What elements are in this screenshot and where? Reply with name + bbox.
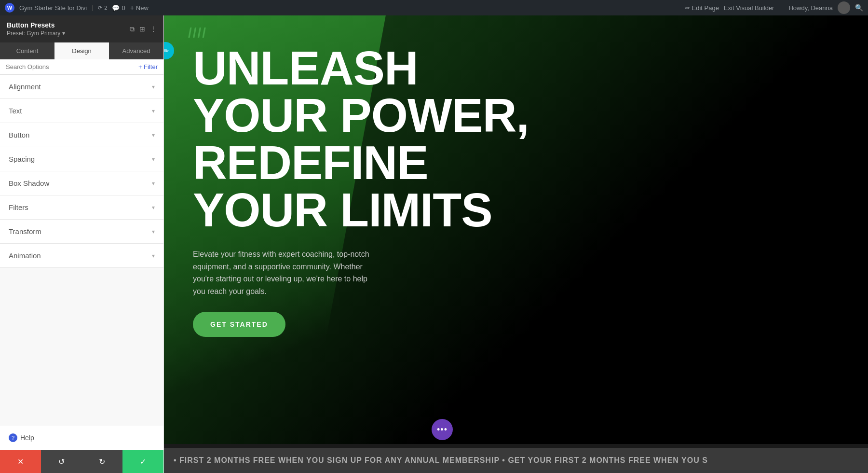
animation-label: Animation xyxy=(9,251,41,260)
search-icon[interactable]: 🔍 xyxy=(855,4,863,12)
get-started-button[interactable]: GET STARTED xyxy=(193,312,285,337)
comments-icon: 💬 xyxy=(112,4,120,12)
chevron-down-icon: ▾ xyxy=(152,83,155,90)
chevron-down-icon: ▾ xyxy=(152,252,155,259)
undo-button[interactable]: ↺ xyxy=(41,450,82,473)
exit-visual-builder-button[interactable]: Exit Visual Builder xyxy=(724,4,774,12)
accordion-filters: Filters ▾ xyxy=(0,195,163,220)
bottom-toolbar: ✕ ↺ ↻ ✓ xyxy=(0,450,163,473)
alignment-label: Alignment xyxy=(9,83,41,91)
spacing-label: Spacing xyxy=(9,155,35,163)
transform-label: Transform xyxy=(9,227,41,236)
accordion-header-filters[interactable]: Filters ▾ xyxy=(0,195,163,219)
site-name: Gym Starter Site for Divi xyxy=(19,4,87,12)
sidebar-title: Button Presets xyxy=(7,21,65,29)
filter-button[interactable]: + Filter xyxy=(138,63,158,70)
save-button[interactable]: ✓ xyxy=(122,450,163,473)
accordion-text: Text ▾ xyxy=(0,99,163,123)
edit-page-label: Edit Page xyxy=(692,4,719,12)
sidebar-preset[interactable]: Preset: Gym Primary ▾ xyxy=(7,30,65,37)
top-bar-right: ✏ Edit Page Exit Visual Builder Howdy, D… xyxy=(685,1,863,14)
wordpress-logo[interactable]: W xyxy=(5,3,14,13)
tab-content[interactable]: Content xyxy=(0,42,54,59)
chevron-down-icon: ▾ xyxy=(152,156,155,163)
close-button[interactable]: ✕ xyxy=(0,450,41,473)
search-bar: + Filter xyxy=(0,59,163,75)
comments-number: 0 xyxy=(122,4,125,12)
howdy-text: Howdy, Deanna xyxy=(788,4,833,12)
accordion-button: Button ▾ xyxy=(0,123,163,147)
revisions-icon: ⟳ xyxy=(98,5,102,11)
chevron-down-icon: ▾ xyxy=(152,228,155,235)
accordion-header-text[interactable]: Text ▾ xyxy=(0,99,163,123)
edit-page-button[interactable]: ✏ Edit Page xyxy=(685,4,719,12)
main-layout: Button Presets Preset: Gym Primary ▾ ⧉ ⊞… xyxy=(0,15,868,473)
separator: | xyxy=(92,4,93,11)
accordion-header-button[interactable]: Button ▾ xyxy=(0,123,163,147)
accordion-animation: Animation ▾ xyxy=(0,244,163,268)
undo-icon: ↺ xyxy=(58,457,65,466)
new-button[interactable]: + New xyxy=(130,4,149,12)
accordion-spacing: Spacing ▾ xyxy=(0,147,163,171)
slashes-decoration: //// xyxy=(188,25,207,41)
ticker-bar: • FIRST 2 MONTHS FREE WHEN YOU SIGN UP F… xyxy=(164,448,868,473)
sidebar-header-icons: ⧉ ⊞ ⋮ xyxy=(130,25,157,33)
exit-builder-label: Exit Visual Builder xyxy=(724,4,774,12)
plus-icon: + xyxy=(130,4,134,12)
more-options-icon[interactable]: ⋮ xyxy=(150,25,157,33)
top-admin-bar: W Gym Starter Site for Divi | ⟳ 2 💬 0 + … xyxy=(0,0,868,15)
sidebar: Button Presets Preset: Gym Primary ▾ ⧉ ⊞… xyxy=(0,15,164,473)
help-label: Help xyxy=(20,434,34,442)
accordion-list: Alignment ▾ Text ▾ Button ▾ Spacing xyxy=(0,75,163,426)
text-label: Text xyxy=(9,107,22,115)
pencil-icon: ✏ xyxy=(164,46,169,56)
chevron-down-icon: ▾ xyxy=(152,180,155,187)
sidebar-tabs: Content Design Advanced xyxy=(0,42,163,59)
visual-builder-area: ✏ //// UNLEASH YOUR POWER, REDEFINE YOUR… xyxy=(164,15,868,473)
hero-subtext: Elevate your fitness with expert coachin… xyxy=(193,248,376,297)
search-input[interactable] xyxy=(6,63,135,70)
redo-icon: ↻ xyxy=(99,457,105,466)
user-avatar[interactable] xyxy=(838,1,850,14)
accordion-header-transform[interactable]: Transform ▾ xyxy=(0,220,163,243)
dots-icon: ••• xyxy=(437,425,448,435)
chevron-down-icon: ▾ xyxy=(152,108,155,114)
top-bar-left: W Gym Starter Site for Divi | ⟳ 2 💬 0 + … xyxy=(5,3,149,13)
accordion-alignment: Alignment ▾ xyxy=(0,75,163,99)
comments-count[interactable]: 💬 0 xyxy=(112,4,125,12)
tab-design[interactable]: Design xyxy=(54,42,109,59)
box-shadow-label: Box Shadow xyxy=(9,179,49,187)
sidebar-header: Button Presets Preset: Gym Primary ▾ ⧉ ⊞… xyxy=(0,15,163,42)
chevron-down-icon: ▾ xyxy=(152,132,155,139)
redo-button[interactable]: ↻ xyxy=(82,450,123,473)
chevron-down-icon: ▾ xyxy=(152,204,155,211)
checkmark-icon: ✓ xyxy=(140,457,146,466)
columns-icon[interactable]: ⊞ xyxy=(139,25,145,33)
button-label: Button xyxy=(9,131,29,139)
accordion-transform: Transform ▾ xyxy=(0,220,163,244)
new-label: New xyxy=(136,4,149,12)
copy-icon[interactable]: ⧉ xyxy=(130,25,135,33)
accordion-header-box-shadow[interactable]: Box Shadow ▾ xyxy=(0,171,163,195)
pencil-icon: ✏ xyxy=(685,4,690,12)
ticker-text: • FIRST 2 MONTHS FREE WHEN YOU SIGN UP F… xyxy=(164,456,708,465)
accordion-header-spacing[interactable]: Spacing ▾ xyxy=(0,147,163,171)
close-icon: ✕ xyxy=(17,457,24,466)
revisions-number: 2 xyxy=(104,5,107,11)
accordion-header-animation[interactable]: Animation ▾ xyxy=(0,244,163,267)
hero-content: UNLEASH YOUR POWER, REDEFINE YOUR LIMITS… xyxy=(193,44,849,337)
filters-label: Filters xyxy=(9,203,28,211)
hero-headline: UNLEASH YOUR POWER, REDEFINE YOUR LIMITS xyxy=(193,44,530,234)
help-icon: ? xyxy=(9,433,17,442)
accordion-box-shadow: Box Shadow ▾ xyxy=(0,171,163,195)
help-button[interactable]: ? Help xyxy=(0,426,163,450)
revisions-count[interactable]: ⟳ 2 xyxy=(98,5,107,11)
accordion-header-alignment[interactable]: Alignment ▾ xyxy=(0,75,163,98)
tab-advanced[interactable]: Advanced xyxy=(109,42,163,59)
dots-menu-button[interactable]: ••• xyxy=(432,419,453,440)
